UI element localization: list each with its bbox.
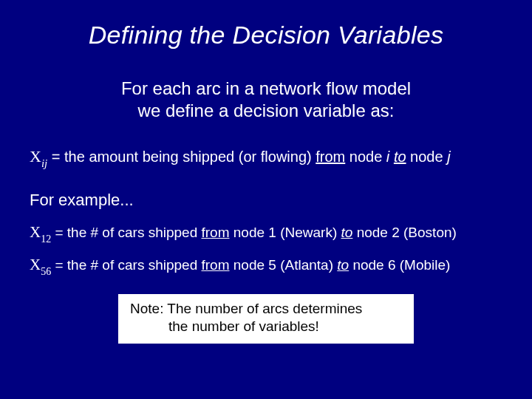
ex2-mid1: node 5 (Atlanta)	[230, 257, 338, 273]
note-line-2: the number of variables!	[130, 318, 402, 336]
example-1: X12 = the # of cars shipped from node 1 …	[30, 223, 502, 244]
def-j: j	[447, 149, 450, 165]
example-2: X56 = the # of cars shipped from node 5 …	[30, 256, 502, 276]
def-mid2: node	[406, 149, 448, 165]
ex1-to: to	[341, 225, 353, 240]
ex1-sub: 12	[41, 233, 51, 245]
def-from: from	[316, 149, 345, 165]
ex1-mid2: node 2 (Boston)	[352, 225, 456, 240]
variable-x: X	[30, 147, 41, 166]
ex2-pre: the # of cars shipped	[67, 257, 202, 273]
ex1-pre: the # of cars shipped	[67, 225, 202, 240]
equals: =	[47, 149, 64, 165]
def-mid1: node	[345, 149, 386, 165]
subscript-ij: ij	[41, 157, 47, 169]
example-lead: For example...	[30, 191, 502, 210]
slide-title: Defining the Decision Variables	[30, 21, 502, 50]
note-line-1: Note: The number of arcs determines	[130, 301, 362, 316]
ex2-to: to	[337, 257, 349, 273]
def-to: to	[394, 149, 406, 165]
slide: Defining the Decision Variables For each…	[0, 0, 532, 399]
ex1-var: X	[30, 223, 41, 241]
ex1-from: from	[202, 225, 230, 240]
ex1-mid1: node 1 (Newark)	[230, 225, 341, 240]
ex2-sub: 56	[41, 266, 51, 277]
ex2-var: X	[30, 256, 41, 273]
intro-line-2: we define a decision variable as:	[138, 100, 395, 120]
ex2-eq: =	[51, 257, 67, 273]
note-box: Note: The number of arcs determines the …	[118, 294, 414, 344]
definition-xij: Xij = the amount being shipped (or flowi…	[30, 147, 502, 168]
def-pre: the amount being shipped (or flowing)	[64, 149, 316, 165]
intro-line-1: For each arc in a network flow model	[121, 78, 411, 98]
ex2-mid2: node 6 (Mobile)	[349, 257, 450, 273]
ex2-from: from	[202, 257, 230, 273]
intro-text: For each arc in a network flow model we …	[30, 78, 502, 122]
ex1-eq: =	[51, 225, 67, 240]
